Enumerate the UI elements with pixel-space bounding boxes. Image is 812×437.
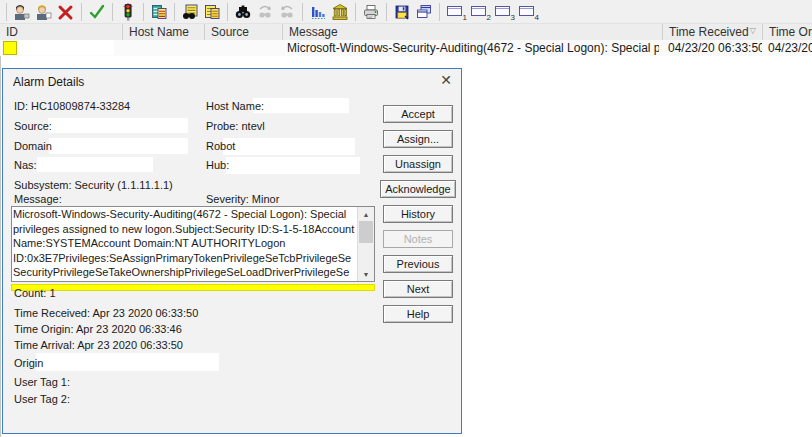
message-text: Microsoft-Windows-Security-Auditing(4672… [13, 207, 356, 282]
id-cell-redacted [18, 40, 114, 55]
time-received-cell: 04/23/20 06:33:50 [668, 41, 762, 55]
field-time-received: Time Received: Apr 23 2020 06:33:50 [14, 307, 198, 319]
window-frame-icon [519, 6, 534, 16]
field-time-origin: Time Origin: Apr 23 2020 06:33:46 [14, 323, 182, 335]
alarm-table-row[interactable]: Microsoft-Windows-Security-Auditing(4672… [0, 40, 812, 56]
previous-button[interactable]: Previous [383, 255, 453, 273]
window-number: 1 [463, 13, 467, 22]
host-name-value-redacted [253, 98, 349, 113]
toolbar: 1 2 3 4 [0, 0, 812, 24]
yellow-layers-icon [203, 3, 221, 21]
bank-icon[interactable] [329, 2, 351, 22]
field-id: ID: HC10809874-33284 [14, 100, 130, 112]
acknowledge-button[interactable]: Acknowledge [380, 180, 456, 198]
assign-button[interactable]: Assign... [383, 130, 453, 148]
severity-color-bar [11, 284, 375, 291]
window-frame-icon [495, 6, 510, 16]
column-header-time-received[interactable]: Time Received ▽ [663, 24, 763, 40]
check-icon [88, 3, 106, 21]
assign-user-icon[interactable] [11, 2, 33, 22]
save-icon[interactable] [391, 2, 413, 22]
find-previous-disabled-icon [278, 3, 296, 21]
assign-user-icon [13, 3, 31, 21]
field-hub: Hub: [206, 159, 229, 171]
find-previous-icon [276, 2, 298, 22]
find-next-icon [254, 2, 276, 22]
accept-icon[interactable] [86, 2, 108, 22]
message-scrollbar[interactable]: ▲ ▼ [357, 207, 374, 281]
floppy-disk-icon [393, 3, 411, 21]
field-subsystem: Subsystem: Security (1.1.11.1.1) [14, 179, 173, 191]
unassign-button[interactable]: Unassign [383, 155, 453, 173]
message-cell: Microsoft-Windows-Security-Auditing(4672… [287, 41, 659, 55]
field-nas: Nas: [14, 159, 37, 171]
print-icon[interactable] [360, 2, 382, 22]
field-host-name: Host Name: [206, 100, 264, 112]
toolbar-separator [227, 3, 228, 21]
field-user-tag-1: User Tag 1: [14, 376, 70, 388]
window-left-edge [0, 0, 1, 437]
find-icon[interactable] [232, 2, 254, 22]
alarm-group-icon[interactable] [148, 2, 170, 22]
traffic-light-icon[interactable] [117, 2, 139, 22]
window-4-button[interactable]: 4 [516, 2, 540, 22]
scroll-down-icon[interactable]: ▼ [358, 267, 374, 281]
toolbar-separator [386, 3, 387, 21]
chart-icon[interactable] [307, 2, 329, 22]
dialog-title: Alarm Details [13, 75, 84, 89]
message-textbox[interactable]: Microsoft-Windows-Security-Auditing(4672… [11, 206, 375, 282]
find-next-disabled-icon [256, 3, 274, 21]
assign-acknowledge-user-icon[interactable] [33, 2, 55, 22]
toolbar-separator [174, 3, 175, 21]
source-value-redacted [48, 118, 188, 133]
cascade-windows-icon[interactable] [413, 2, 435, 22]
window-1-button[interactable]: 1 [444, 2, 468, 22]
help-button[interactable]: Help [383, 305, 453, 323]
column-header-message[interactable]: Message [283, 24, 663, 40]
bank-icon [331, 3, 349, 21]
window-2-button[interactable]: 2 [468, 2, 492, 22]
field-robot: Robot [206, 140, 235, 152]
hub-value-redacted [226, 157, 360, 174]
cascade-windows-icon [415, 3, 433, 21]
column-header-host-name[interactable]: Host Name [123, 24, 205, 40]
window-number: 3 [511, 13, 515, 22]
toolbar-separator [143, 3, 144, 21]
alarm-list-icon[interactable] [201, 2, 223, 22]
alarm-details-dialog: Alarm Details ✕ ID: HC10809874-33284 Sou… [2, 68, 462, 434]
column-header-label: Time Received [669, 25, 749, 39]
notes-button: Notes [383, 230, 453, 248]
next-button[interactable]: Next [383, 280, 453, 298]
field-domain: Domain [14, 140, 52, 152]
find-in-group-icon[interactable] [179, 2, 201, 22]
field-probe: Probe: ntevl [206, 120, 265, 132]
assign-acknowledge-user-icon [35, 3, 53, 21]
column-header-id[interactable]: ID [0, 24, 123, 40]
history-button[interactable]: History [383, 205, 453, 223]
accept-button[interactable]: Accept [383, 105, 453, 123]
close-icon[interactable]: ✕ [440, 72, 452, 88]
scroll-up-icon[interactable]: ▲ [358, 207, 374, 221]
unassign-x-icon [57, 3, 75, 21]
domain-value-redacted [49, 138, 188, 154]
column-header-source[interactable]: Source [205, 24, 283, 40]
window-frame-icon [471, 6, 486, 16]
layers-icon [150, 3, 168, 21]
toolbar-separator [112, 3, 113, 21]
field-count: Count: 1 [14, 287, 56, 299]
message-label: Message: [14, 193, 62, 205]
nas-value-redacted [37, 157, 153, 172]
origin-value-redacted [36, 353, 219, 371]
field-time-arrival: Time Arrival: Apr 23 2020 06:33:50 [14, 339, 183, 351]
bar-chart-icon [309, 3, 327, 21]
scrollbar-thumb[interactable] [359, 221, 373, 243]
window-3-button[interactable]: 3 [492, 2, 516, 22]
window-number: 2 [487, 13, 491, 22]
severity-label: Severity: Minor [206, 193, 279, 205]
column-header-time-origin[interactable]: Time Orig [763, 24, 812, 40]
traffic-light-icon [119, 3, 137, 21]
alarm-console-window: 1 2 3 4 ID Host Name Source Message Time… [0, 0, 812, 437]
unassign-icon[interactable] [55, 2, 77, 22]
field-user-tag-2: User Tag 2: [14, 393, 70, 405]
alarm-table-header: ID Host Name Source Message Time Receive… [0, 24, 812, 41]
